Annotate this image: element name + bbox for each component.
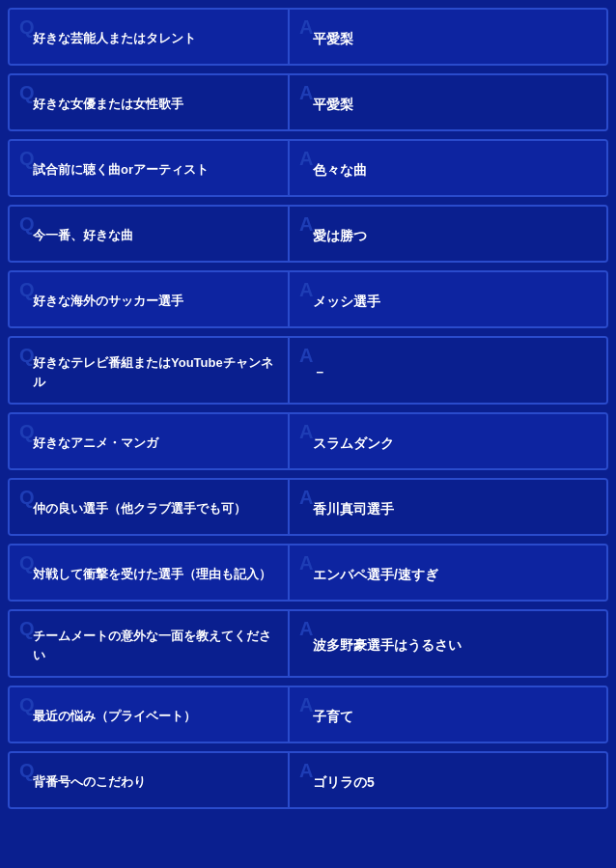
table-row: Qチームメートの意外な一面を教えてくださいA波多野豪選手はうるさい	[8, 609, 608, 678]
table-row: Q好きな海外のサッカー選手Aメッシ選手	[8, 270, 608, 328]
answer-cell: A平愛梨	[290, 75, 606, 129]
question-cell: Q背番号へのこだわり	[10, 753, 290, 807]
a-label: A	[299, 619, 313, 638]
q-label: Q	[19, 17, 35, 37]
answer-cell: Aエンバペ選手/速すぎ	[290, 546, 606, 600]
question-cell: Q試合前に聴く曲orアーティスト	[10, 141, 290, 195]
table-row: Q試合前に聴く曲orアーティストA色々な曲	[8, 139, 608, 197]
q-label: Q	[19, 488, 35, 507]
question-cell: Q好きな海外のサッカー選手	[10, 272, 290, 326]
answer-text: 香川真司選手	[303, 495, 394, 519]
answer-cell: Aスラムダンク	[290, 414, 606, 468]
question-text: 対戦して衝撃を受けた選手（理由も記入）	[23, 561, 271, 584]
table-row: Q好きなテレビ番組またはYouTubeチャンネルA－	[8, 336, 608, 405]
answer-text: 波多野豪選手はうるさい	[303, 631, 462, 656]
q-label: Q	[19, 280, 35, 299]
table-row: Q対戦して衝撃を受けた選手（理由も記入）Aエンバペ選手/速すぎ	[8, 544, 608, 602]
q-label: Q	[19, 695, 35, 714]
a-label: A	[299, 280, 313, 299]
a-label: A	[299, 695, 313, 714]
qa-list: Q好きな芸能人またはタレントA平愛梨Q好きな女優または女性歌手A平愛梨Q試合前に…	[8, 8, 608, 809]
question-cell: Q好きなアニメ・マンガ	[10, 414, 290, 468]
question-text: 好きなテレビ番組またはYouTubeチャンネル	[23, 350, 274, 391]
answer-cell: Aメッシ選手	[290, 272, 606, 326]
a-label: A	[299, 83, 313, 102]
q-label: Q	[19, 422, 35, 441]
q-label: Q	[19, 149, 35, 168]
a-label: A	[299, 553, 313, 573]
table-row: Q好きな女優または女性歌手A平愛梨	[8, 73, 608, 131]
question-text: 好きな芸能人またはタレント	[23, 25, 196, 48]
question-cell: Q今一番、好きな曲	[10, 207, 290, 261]
q-label: Q	[19, 83, 35, 102]
answer-cell: A波多野豪選手はうるさい	[290, 611, 606, 676]
question-cell: Q好きな女優または女性歌手	[10, 75, 290, 129]
question-text: 最近の悩み（プライベート）	[23, 703, 196, 726]
question-cell: Q最近の悩み（プライベート）	[10, 687, 290, 742]
question-text: チームメートの意外な一面を教えてください	[23, 623, 274, 664]
question-text: 試合前に聴く曲orアーティスト	[23, 156, 209, 180]
answer-text: スラムダンク	[303, 430, 394, 454]
a-label: A	[299, 761, 313, 780]
question-text: 仲の良い選手（他クラブ選手でも可）	[23, 495, 246, 518]
question-text: 好きな女優または女性歌手	[23, 91, 183, 114]
answer-cell: A愛は勝つ	[290, 207, 606, 261]
answer-text: ゴリラの5	[303, 769, 375, 793]
q-label: Q	[19, 346, 35, 365]
question-cell: Q対戦して衝撃を受けた選手（理由も記入）	[10, 546, 290, 600]
answer-cell: A色々な曲	[290, 141, 606, 195]
question-cell: Q好きなテレビ番組またはYouTubeチャンネル	[10, 338, 290, 403]
table-row: Q好きな芸能人またはタレントA平愛梨	[8, 8, 608, 66]
table-row: Q好きなアニメ・マンガAスラムダンク	[8, 412, 608, 470]
a-label: A	[299, 17, 313, 37]
question-cell: Q好きな芸能人またはタレント	[10, 10, 290, 64]
question-cell: Q仲の良い選手（他クラブ選手でも可）	[10, 480, 290, 534]
a-label: A	[299, 488, 313, 507]
q-label: Q	[19, 214, 35, 234]
answer-text: メッシ選手	[303, 288, 380, 312]
answer-cell: Aゴリラの5	[290, 753, 606, 807]
a-label: A	[299, 214, 313, 234]
a-label: A	[299, 149, 313, 168]
question-text: 背番号へのこだわり	[23, 769, 146, 792]
answer-cell: A平愛梨	[290, 10, 606, 64]
a-label: A	[299, 346, 313, 365]
q-label: Q	[19, 553, 35, 573]
question-text: 好きなアニメ・マンガ	[23, 430, 158, 453]
table-row: Q今一番、好きな曲A愛は勝つ	[8, 205, 608, 263]
table-row: Q最近の悩み（プライベート）A子育て	[8, 686, 608, 743]
question-text: 今一番、好きな曲	[23, 222, 133, 245]
answer-text: エンバペ選手/速すぎ	[303, 561, 438, 585]
q-label: Q	[19, 619, 35, 638]
answer-cell: A－	[290, 338, 606, 403]
table-row: Q仲の良い選手（他クラブ選手でも可）A香川真司選手	[8, 478, 608, 536]
q-label: Q	[19, 761, 35, 780]
answer-cell: A子育て	[290, 687, 606, 742]
answer-cell: A香川真司選手	[290, 480, 606, 534]
question-cell: Qチームメートの意外な一面を教えてください	[10, 611, 290, 676]
table-row: Q背番号へのこだわりAゴリラの5	[8, 751, 608, 809]
a-label: A	[299, 422, 313, 441]
question-text: 好きな海外のサッカー選手	[23, 288, 183, 311]
